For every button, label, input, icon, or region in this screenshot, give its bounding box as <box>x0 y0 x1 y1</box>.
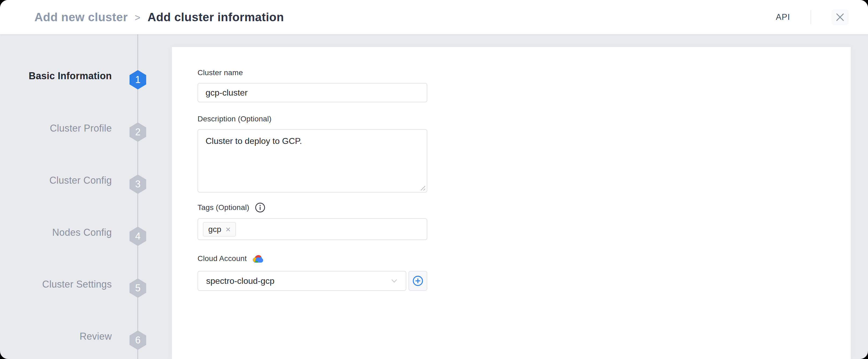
tag-chip-text: gcp <box>208 225 221 234</box>
close-button[interactable] <box>832 9 849 25</box>
breadcrumb-separator: > <box>135 12 141 23</box>
add-cluster-wizard-window: Add new cluster > Add cluster informatio… <box>0 0 868 359</box>
cloud-account-selected-value: spectro-cloud-gcp <box>206 276 274 286</box>
description-label: Description (Optional) <box>197 114 427 124</box>
wizard-header: Add new cluster > Add cluster informatio… <box>0 0 868 34</box>
tag-remove-icon[interactable]: × <box>225 225 230 234</box>
plus-circle-icon <box>411 274 424 287</box>
description-textarea-wrap: Cluster to deploy to GCP. <box>197 129 427 194</box>
wizard-stepper: Basic Information 1 Cluster Profile 2 Cl… <box>0 34 172 359</box>
chevron-down-icon <box>390 276 399 286</box>
step-label: Review <box>80 331 112 342</box>
step-label: Cluster Profile <box>50 123 112 134</box>
step-label: Nodes Config <box>52 227 112 238</box>
tags-label-row: Tags (Optional) <box>197 202 427 213</box>
close-icon <box>834 11 846 23</box>
form-panel: Cluster name Description (Optional) Clus… <box>172 47 851 359</box>
header-actions: API <box>776 9 868 25</box>
cloud-account-select[interactable]: spectro-cloud-gcp <box>197 271 406 291</box>
step-number-hexagon: 2 <box>129 123 146 142</box>
step-number-hexagon: 4 <box>129 227 146 246</box>
step-number-hexagon: 3 <box>129 174 146 194</box>
cluster-name-label: Cluster name <box>197 68 427 77</box>
page-title: Add cluster information <box>148 10 284 24</box>
breadcrumb: Add new cluster > Add cluster informatio… <box>0 10 284 24</box>
add-cloud-account-button[interactable] <box>408 271 427 291</box>
basic-information-form: Cluster name Description (Optional) Clus… <box>197 68 427 291</box>
cluster-name-input[interactable] <box>197 83 427 102</box>
step-number-hexagon: 1 <box>129 70 146 90</box>
step-label: Basic Information <box>29 70 112 81</box>
cloud-account-label-row: Cloud Account <box>197 254 427 263</box>
header-divider <box>810 10 811 24</box>
description-textarea[interactable]: Cluster to deploy to GCP. <box>197 129 427 193</box>
step-number-hexagon: 6 <box>129 330 146 350</box>
tags-label: Tags (Optional) <box>197 203 249 213</box>
wizard-body: Basic Information 1 Cluster Profile 2 Cl… <box>0 34 868 359</box>
cloud-account-select-row: spectro-cloud-gcp <box>197 271 427 291</box>
info-icon[interactable] <box>255 202 266 213</box>
tags-input[interactable]: gcp × <box>197 218 427 240</box>
api-button[interactable]: API <box>776 12 790 22</box>
google-cloud-icon <box>252 254 265 263</box>
cloud-account-label: Cloud Account <box>197 254 247 263</box>
breadcrumb-add-new-cluster[interactable]: Add new cluster <box>34 10 128 24</box>
step-number-hexagon: 5 <box>129 279 146 298</box>
step-label: Cluster Config <box>50 175 112 186</box>
tag-chip: gcp × <box>203 222 236 236</box>
step-label: Cluster Settings <box>42 279 112 290</box>
